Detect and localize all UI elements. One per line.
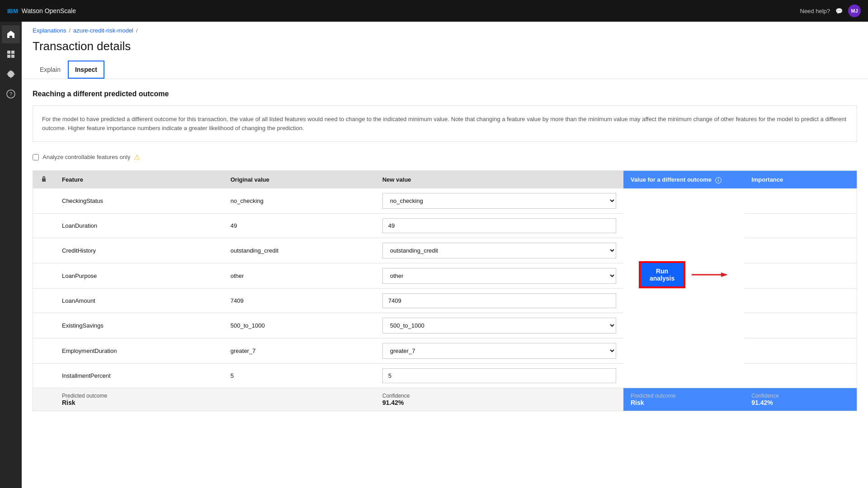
page-title: Transaction details [22,38,868,61]
tab-explain[interactable]: Explain [33,61,68,79]
row-feature: LoanPurpose [55,263,223,289]
analyze-checkbox[interactable] [33,154,39,160]
svg-marker-7 [721,272,728,277]
topbar-product-name: Watson OpenScale [22,7,76,14]
row-new-value[interactable] [375,289,623,313]
feature-table: Feature Original value New value Value f… [33,170,857,411]
row-original: no_checking [223,188,375,214]
row-new-value[interactable]: no_checking 0_to_200 greater_200 no_acco… [375,188,623,214]
breadcrumb-model[interactable]: azure-credit-risk-model [73,27,133,34]
outcome-panel-cell: Want to know what feature values will re… [623,188,744,388]
new-confidence-value: 91.42% [751,399,849,406]
table-header-row: Feature Original value New value Value f… [33,171,857,189]
footer-new-outcome: Predicted outcome Risk [623,388,744,411]
inspect-content: Reaching a different predicted outcome F… [22,79,868,422]
analyze-label: Analyze controllable features only [42,154,130,160]
importance-cell [744,338,857,364]
loan-amount-input[interactable] [382,293,616,308]
svg-rect-3 [11,55,14,58]
run-analysis-button[interactable]: Run analysis [640,262,684,287]
row-original: 7409 [223,289,375,313]
sidebar-icon-settings[interactable] [2,65,20,83]
topbar: IBM Watson OpenScale Need help? 💬 MJ [0,0,868,22]
row-lock [33,289,55,313]
tab-inspect[interactable]: Inspect [68,61,104,79]
feature-header: Feature [55,171,223,189]
topbar-right-area: Need help? 💬 MJ [800,5,861,17]
row-new-value[interactable]: greater_7 less_1 1_to_4 4_to_7 unemploye… [375,338,623,364]
arrow-annotation [692,271,728,278]
importance-cell [744,214,857,238]
footer-original-confidence: Confidence 91.42% [375,388,623,411]
importance-header: Importance [744,171,857,189]
footer-new-confidence: Confidence 91.42% [744,388,857,411]
row-new-value[interactable] [375,364,623,388]
main-content: Explanations / azure-credit-risk-model /… [22,22,868,488]
analyze-checkbox-row: Analyze controllable features only ⚠ [33,153,857,161]
avatar[interactable]: MJ [848,5,861,17]
row-feature: CreditHistory [55,238,223,263]
row-lock [33,364,55,388]
new-value-header: New value [375,171,623,189]
warning-icon: ⚠ [134,153,140,161]
sidebar-icon-help[interactable]: ? [2,85,20,103]
sidebar-icon-models[interactable] [2,45,20,63]
row-original: outstanding_credit [223,238,375,263]
sidebar-icon-home[interactable] [2,25,20,43]
sidebar: ? [0,22,22,488]
employment-duration-select[interactable]: greater_7 less_1 1_to_4 4_to_7 unemploye… [382,343,616,359]
row-feature: InstallmentPercent [55,364,223,388]
tab-bar: Explain Inspect [22,61,868,79]
predicted-outcome-value: Risk [62,399,368,406]
row-lock [33,338,55,364]
row-original: 5 [223,364,375,388]
section-title: Reaching a different predicted outcome [33,90,857,98]
outcome-panel-content: Want to know what feature values will re… [631,193,737,296]
info-icon[interactable]: i [715,177,722,183]
row-feature: LoanDuration [55,214,223,238]
row-feature: LoanAmount [55,289,223,313]
row-new-value[interactable]: 500_to_1000 less_100 100_to_500 greater_… [375,313,623,338]
help-label[interactable]: Need help? [800,8,830,14]
description-text: For the model to have predicted a differ… [42,115,848,132]
row-new-value[interactable] [375,214,623,238]
importance-cell [744,289,857,313]
row-new-value[interactable]: other car_new car_used furniture radio_t… [375,263,623,289]
row-new-value[interactable]: outstanding_credit all_credits_paid_back… [375,238,623,263]
checking-status-select[interactable]: no_checking 0_to_200 greater_200 no_acco… [382,193,616,209]
table-body: CheckingStatus no_checking no_checking 0… [33,188,857,411]
breadcrumb-sep1: / [69,27,71,34]
new-predicted-outcome-value: Risk [631,399,737,406]
original-value-header: Original value [223,171,375,189]
arrow-row: Run analysis [640,262,728,287]
loan-duration-input[interactable] [382,218,616,233]
description-box: For the model to have predicted a differ… [33,105,857,142]
row-lock [33,214,55,238]
footer-lock-cell [33,388,55,411]
row-original: 49 [223,214,375,238]
loan-purpose-select[interactable]: other car_new car_used furniture radio_t… [382,268,616,284]
chat-icon[interactable]: 💬 [835,8,843,14]
breadcrumb: Explanations / azure-credit-risk-model / [22,22,868,38]
new-confidence-label: Confidence [751,393,849,399]
row-feature: CheckingStatus [55,188,223,214]
breadcrumb-explanations[interactable]: Explanations [33,27,66,34]
svg-rect-0 [7,51,10,54]
row-lock [33,238,55,263]
row-feature: EmploymentDuration [55,338,223,364]
importance-cell [744,238,857,263]
credit-history-select[interactable]: outstanding_credit all_credits_paid_back… [382,243,616,258]
footer-original-outcome: Predicted outcome Risk [55,388,375,411]
importance-cell [744,364,857,388]
row-original: 500_to_1000 [223,313,375,338]
row-feature: ExistingSavings [55,313,223,338]
row-lock [33,263,55,289]
table-row: CheckingStatus no_checking no_checking 0… [33,188,857,214]
existing-savings-select[interactable]: 500_to_1000 less_100 100_to_500 greater_… [382,318,616,333]
svg-text:?: ? [9,91,12,97]
svg-rect-2 [7,55,10,58]
predicted-outcome-label: Predicted outcome [62,393,368,399]
importance-cell [744,188,857,214]
installment-percent-input[interactable] [382,368,616,383]
confidence-label: Confidence [382,393,616,399]
